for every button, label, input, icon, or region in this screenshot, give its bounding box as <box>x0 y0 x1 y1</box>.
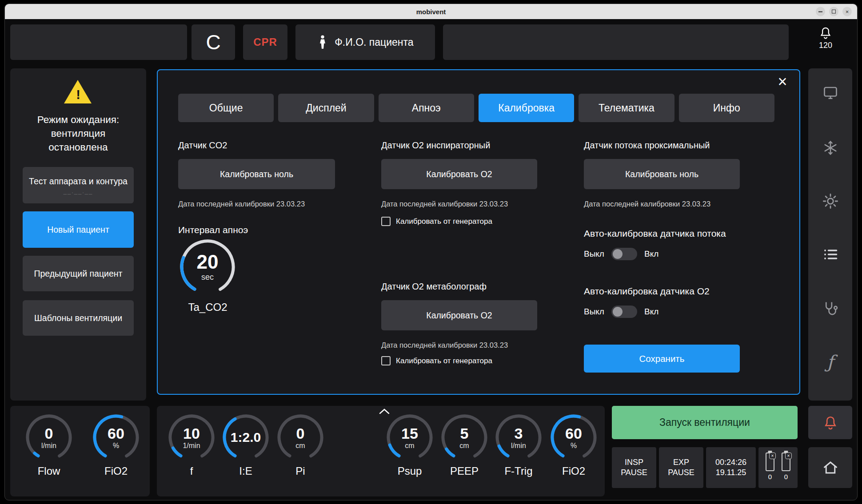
rail-button-cooling[interactable] <box>817 135 844 161</box>
sidebar-button-ventilation-templates[interactable]: Шаблоны вентиляции <box>23 300 134 336</box>
knob-fio2-left[interactable]: 60%FiO2 <box>92 413 140 477</box>
auto-o2-toggle[interactable] <box>611 306 637 318</box>
list-icon <box>822 246 838 262</box>
rail-alarm-button[interactable] <box>808 406 852 439</box>
dialog-close-button[interactable]: × <box>773 72 792 91</box>
knob-label: Flow <box>38 465 60 477</box>
tab-display[interactable]: Дисплей <box>278 94 374 122</box>
tab-apnea[interactable]: Апноэ <box>379 94 474 122</box>
knob-value: 5 <box>460 425 469 441</box>
device-test-label: Тест аппарата и контура <box>29 176 128 187</box>
tab-calibration-label: Калибровка <box>498 102 555 114</box>
tab-telematics[interactable]: Телематика <box>579 94 674 122</box>
knob-label: PEEP <box>450 465 479 477</box>
patient-name-button[interactable]: Ф.И.О. пациента <box>295 24 435 60</box>
tab-general[interactable]: Общие <box>178 94 274 122</box>
auto-o2-toggle-knob <box>613 307 623 317</box>
apnea-interval-knob[interactable]: 20sec <box>179 238 236 296</box>
maximize-button[interactable] <box>829 7 838 16</box>
knob-unit: 1/min <box>183 442 200 450</box>
dialog-close-icon: × <box>778 72 787 91</box>
rail-button-diagnostics[interactable] <box>817 295 844 321</box>
knob-value: 1:2.0 <box>231 429 261 445</box>
cpr-button[interactable]: CPR <box>243 24 287 60</box>
stethoscope-icon <box>822 300 838 316</box>
o2-insp-generator-label: Калибровать от генератора <box>396 217 492 226</box>
o2-metab-calibrate-button[interactable]: Калибровать O2 <box>381 300 537 330</box>
knob-unit: sec <box>201 273 214 282</box>
save-label: Сохранить <box>639 353 685 364</box>
sidebar-button-new-patient[interactable]: Новый пациент <box>23 211 134 248</box>
knob-pi[interactable]: 0cmPi <box>276 413 325 477</box>
knob-unit: cm <box>459 442 469 450</box>
insp-pause-button[interactable]: INSP PAUSE <box>612 447 656 488</box>
start-ventilation-label: Запуск вентиляции <box>659 417 750 429</box>
knob-label: FiO2 <box>104 465 128 477</box>
knob-psup[interactable]: 15cmPsup <box>385 413 434 477</box>
bell-icon <box>819 26 832 40</box>
cpr-label: CPR <box>253 36 277 48</box>
clock-display: 00:24:26 19.11.25 <box>706 447 756 488</box>
header-display-panel-right <box>443 24 789 60</box>
battery-1-icon: × <box>766 452 774 471</box>
knob-unit: cm <box>295 442 305 450</box>
tab-telematics-label: Телематика <box>599 102 654 114</box>
o2-metab-generator-checkbox[interactable] <box>381 356 391 365</box>
o2-insp-calibrate-label: Калибровать O2 <box>426 169 492 179</box>
warning-icon: ! <box>64 80 92 105</box>
knob-ftrig[interactable]: 3l/minF-Trig <box>494 413 543 477</box>
knob-unit: % <box>571 442 577 450</box>
co2-calibrate-zero-button[interactable]: Калибровать ноль <box>178 159 335 189</box>
mode-c-button[interactable]: C <box>192 24 235 60</box>
knob-frequency[interactable]: 101/minf <box>167 413 216 477</box>
alarm-status[interactable]: 120 <box>810 26 841 50</box>
rail-button-list[interactable] <box>817 241 844 268</box>
flow-prox-calibrate-zero-label: Калибровать ноль <box>625 169 698 179</box>
knob-unit: l/min <box>511 442 526 450</box>
new-patient-label: Новый пациент <box>47 225 109 235</box>
minimize-button[interactable] <box>816 7 825 16</box>
home-icon <box>822 460 838 476</box>
rail-button-monitoring[interactable] <box>817 79 844 106</box>
o2-insp-generator-checkbox[interactable] <box>381 217 391 226</box>
knob-peep[interactable]: 5cmPEEP <box>440 413 489 477</box>
co2-calibrate-zero-label: Калибровать ноль <box>220 169 293 179</box>
apnea-parameter-label: Ta_CO2 <box>176 301 240 314</box>
save-button[interactable]: Сохранить <box>584 345 740 373</box>
warning-exclamation: ! <box>76 87 80 102</box>
o2-insp-calibrate-button[interactable]: Калибровать O2 <box>381 159 537 189</box>
close-icon: × <box>846 8 849 15</box>
tab-info-label: Инфо <box>713 102 740 114</box>
exp-pause-button[interactable]: EXP PAUSE <box>659 447 703 488</box>
tab-apnea-label: Апноэ <box>412 102 441 114</box>
sidebar-button-previous-patient[interactable]: Предыдущий пациент <box>23 256 134 291</box>
knob-panel-left: 0l/minFlow 60%FiO2 <box>10 406 150 496</box>
knob-label: I:E <box>239 465 252 477</box>
auto-flow-on-label: Вкл <box>644 249 658 259</box>
ventilation-templates-label: Шаблоны вентиляции <box>34 313 122 323</box>
close-button[interactable]: × <box>842 7 852 16</box>
settings-tabs: Общие Дисплей Апноэ Калибровка Телематик… <box>178 94 774 122</box>
mode-c-label: C <box>206 30 220 54</box>
start-ventilation-button[interactable]: Запуск вентиляции <box>612 406 798 439</box>
tab-info[interactable]: Инфо <box>679 94 774 122</box>
tab-calibration[interactable]: Калибровка <box>479 94 574 122</box>
knob-ie-ratio[interactable]: 1:2.0I:E <box>221 413 270 477</box>
standby-status: Режим ожидания: вентиляция остановлена <box>10 113 146 154</box>
knob-label: Psup <box>398 465 422 477</box>
alarm-count: 120 <box>819 41 832 50</box>
standby-line-3: остановлена <box>10 140 146 154</box>
flow-prox-calibrate-zero-button[interactable]: Калибровать ноль <box>584 159 740 189</box>
sidebar-button-device-test[interactable]: Тест аппарата и контура __.__.__ <box>23 167 134 203</box>
knob-fio2-center[interactable]: 60%FiO2 <box>549 413 598 477</box>
apnea-interval-title: Интервал апноэ <box>178 225 248 235</box>
auto-flow-toggle[interactable] <box>611 248 637 260</box>
o2-insp-generator-checkbox-row: Калибровать от генератора <box>381 217 492 226</box>
rail-home-button[interactable] <box>808 447 852 488</box>
rail-button-settings[interactable] <box>817 188 844 214</box>
time-value: 00:24:26 <box>715 457 746 468</box>
rail-button-function[interactable]: ƒ <box>817 349 844 375</box>
knob-flow[interactable]: 0l/minFlow <box>24 413 73 477</box>
left-sidebar: ! Режим ожидания: вентиляция остановлена… <box>10 68 146 401</box>
battery-1-value: 0 <box>768 473 772 480</box>
